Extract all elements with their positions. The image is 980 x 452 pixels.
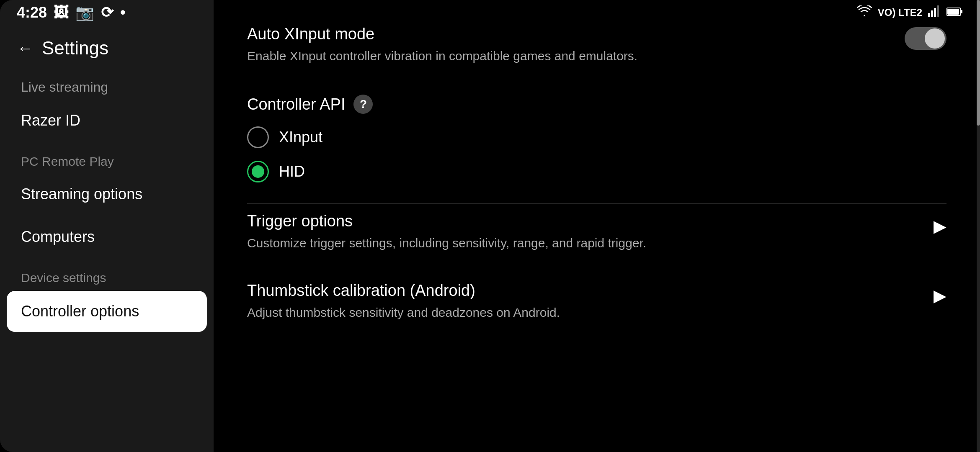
status-bar-right: VO) LTE2 — [857, 5, 963, 20]
radio-label-hid: HID — [279, 163, 305, 180]
thumbstick-calibration-title: Thumbstick calibration (Android) — [247, 282, 917, 300]
divider-3 — [247, 273, 946, 273]
status-bar: 4:28 🖼 📷 ⟳ • VO) LTE2 — [0, 0, 980, 25]
lte-indicator: VO) LTE2 — [878, 7, 922, 18]
section-label-pc-remote-play: PC Remote Play — [0, 142, 214, 173]
setting-row-flex-thumbstick: Thumbstick calibration (Android) Adjust … — [247, 282, 946, 321]
signal-icon — [928, 5, 941, 20]
scrollbar[interactable] — [977, 0, 980, 452]
dot-indicator: • — [120, 4, 126, 21]
setting-auto-xinput: Auto XInput mode Enable XInput controlle… — [247, 25, 946, 65]
toggle-knob — [925, 28, 945, 49]
time-display: 4:28 — [17, 4, 47, 21]
radio-option-hid[interactable]: HID — [247, 161, 946, 182]
thumbstick-calibration-arrow: ▶ — [934, 286, 946, 305]
radio-circle-hid — [247, 161, 269, 182]
sidebar-scroll: Live streaming Razer ID PC Remote Play S… — [0, 71, 214, 334]
trigger-options-arrow: ▶ — [934, 216, 946, 236]
photo-icon: 🖼 — [54, 4, 69, 21]
setting-row-flex-trigger: Trigger options Customize trigger settin… — [247, 212, 946, 252]
radio-circle-xinput — [247, 126, 269, 148]
main-content: Auto XInput mode Enable XInput controlle… — [214, 0, 980, 452]
divider-2 — [247, 203, 946, 204]
battery-icon — [946, 6, 963, 19]
trigger-options-title: Trigger options — [247, 212, 917, 230]
svg-rect-5 — [961, 10, 962, 13]
svg-rect-1 — [931, 10, 933, 17]
auto-xinput-title: Auto XInput mode — [247, 25, 888, 43]
status-bar-left: 4:28 🖼 📷 ⟳ • — [17, 4, 126, 21]
controller-api-radio-group: XInput HID — [247, 126, 946, 182]
svg-rect-6 — [947, 9, 959, 15]
controller-api-title: Controller API ? — [247, 95, 946, 114]
setting-row-flex-xinput: Auto XInput mode Enable XInput controlle… — [247, 25, 946, 65]
setting-controller-api: Controller API ? XInput HID — [247, 95, 946, 182]
instagram-icon: 📷 — [75, 4, 94, 21]
radio-label-xinput: XInput — [279, 128, 322, 146]
auto-xinput-toggle[interactable] — [905, 27, 946, 50]
sidebar-item-controller-options[interactable]: Controller options — [7, 291, 207, 332]
trigger-options-desc: Customize trigger settings, including se… — [247, 234, 917, 252]
setting-trigger-options[interactable]: Trigger options Customize trigger settin… — [247, 212, 946, 252]
setting-thumbstick-calibration[interactable]: Thumbstick calibration (Android) Adjust … — [247, 282, 946, 321]
sidebar: ← Settings Live streaming Razer ID PC Re… — [0, 0, 214, 452]
setting-text-trigger: Trigger options Customize trigger settin… — [247, 212, 934, 252]
google-icon: ⟳ — [101, 4, 113, 21]
sidebar-item-computers[interactable]: Computers — [0, 216, 214, 258]
sidebar-item-live-streaming[interactable]: Live streaming — [0, 71, 214, 99]
thumbstick-calibration-desc: Adjust thumbstick sensitivity and deadzo… — [247, 304, 917, 321]
section-label-device-settings: Device settings — [0, 258, 214, 289]
setting-text-thumbstick: Thumbstick calibration (Android) Adjust … — [247, 282, 934, 321]
sidebar-item-razer-id[interactable]: Razer ID — [0, 99, 214, 142]
controller-api-help[interactable]: ? — [353, 95, 373, 114]
auto-xinput-desc: Enable XInput controller vibration in co… — [247, 47, 888, 65]
divider-1 — [247, 86, 946, 86]
sidebar-item-streaming-options[interactable]: Streaming options — [0, 173, 214, 216]
svg-rect-2 — [934, 8, 936, 17]
svg-rect-3 — [937, 5, 939, 17]
back-button[interactable]: ← — [17, 39, 34, 58]
radio-option-xinput[interactable]: XInput — [247, 126, 946, 148]
wifi-icon — [857, 5, 872, 20]
svg-rect-0 — [928, 13, 930, 17]
setting-text-xinput: Auto XInput mode Enable XInput controlle… — [247, 25, 905, 65]
sidebar-title: Settings — [42, 38, 108, 59]
sidebar-header: ← Settings — [0, 25, 214, 71]
